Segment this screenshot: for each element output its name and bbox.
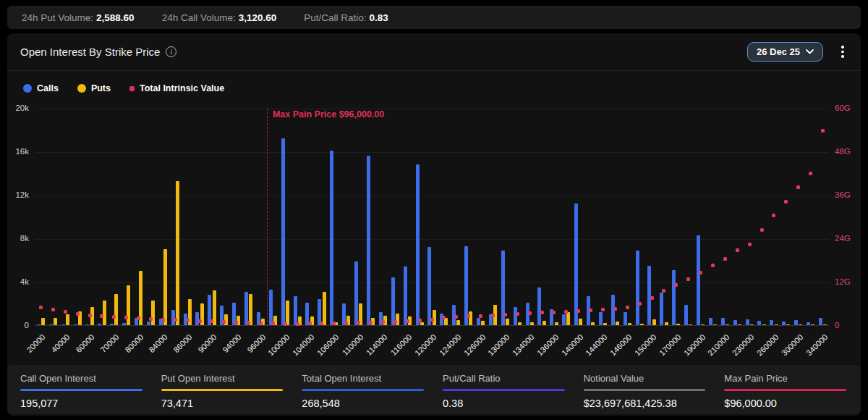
put-bar <box>396 314 399 326</box>
call-bar <box>85 324 89 326</box>
square-marker-icon <box>129 86 135 91</box>
intrinsic-value-dot <box>760 228 764 232</box>
intrinsic-value-dot <box>320 322 323 325</box>
intrinsic-value-dot <box>528 311 532 315</box>
intrinsic-value-dot <box>406 319 409 323</box>
put-bar <box>628 323 631 325</box>
intrinsic-value-dot <box>736 248 739 252</box>
call-bar <box>330 151 333 326</box>
intrinsic-value-dot <box>51 308 55 311</box>
intrinsic-value-dot <box>491 314 495 317</box>
info-icon[interactable]: i <box>166 46 176 57</box>
stat-card-underline <box>443 389 565 391</box>
call-bar <box>514 307 517 326</box>
stat-card-notional-value: Notional Value$23,697,681,425.38 <box>584 373 706 414</box>
put-bar <box>286 301 289 326</box>
intrinsic-value-dot <box>442 316 446 319</box>
y-axis-tick-left: 0 <box>25 321 29 329</box>
stat-card-underline <box>724 389 846 391</box>
intrinsic-value-dot <box>576 309 580 313</box>
call-bar <box>49 324 53 325</box>
intrinsic-value-dot <box>601 308 605 311</box>
expiry-dropdown[interactable]: 26 Dec 25 <box>747 42 823 62</box>
put-bar <box>103 301 106 326</box>
stat-card-value: $23,697,681,425.38 <box>584 398 706 409</box>
intrinsic-value-dot <box>699 271 702 274</box>
put-bar <box>481 321 485 325</box>
put-bar <box>469 311 472 326</box>
put-bar <box>151 301 155 326</box>
put-bar <box>652 319 656 325</box>
intrinsic-value-dot <box>821 129 825 133</box>
kebab-menu-icon[interactable] <box>836 44 849 60</box>
stat-card-value: 73,471 <box>161 398 284 409</box>
call-bar <box>427 247 431 325</box>
call-bar <box>807 322 810 326</box>
intrinsic-value-dot <box>589 308 592 312</box>
intrinsic-value-dot <box>76 312 80 316</box>
expiry-dropdown-value: 26 Dec 25 <box>757 46 800 57</box>
call-bar <box>684 305 688 326</box>
intrinsic-value-dot <box>88 314 92 317</box>
chevron-down-icon <box>806 49 814 54</box>
intrinsic-value-dot <box>161 318 165 322</box>
call-bar <box>269 290 273 326</box>
intrinsic-value-dot <box>516 312 519 316</box>
call-bar <box>721 318 725 326</box>
intrinsic-value-dot <box>723 257 727 261</box>
intrinsic-value-dot <box>149 317 153 321</box>
gridline <box>35 152 829 153</box>
y-axis-tick-left: 8k <box>20 234 29 243</box>
y-axis-tick-right: 48G <box>835 147 851 156</box>
gridline <box>35 196 829 196</box>
put-bar <box>762 324 766 325</box>
stat-card-put-open-interest: Put Open Interest73,471 <box>161 373 284 414</box>
intrinsic-value-dot <box>64 310 67 314</box>
intrinsic-value-dot <box>284 322 287 326</box>
stat-card-underline <box>161 389 284 391</box>
max-pain-annotation: Max Pain Price $96,000.00 <box>273 109 384 119</box>
y-axis-tick-right: 0 <box>835 321 839 329</box>
put-bar <box>701 324 705 326</box>
call-bar <box>404 266 407 325</box>
call-bar <box>537 287 541 326</box>
call-bar <box>794 320 798 325</box>
stat-card-label: Put/Call Ratio <box>443 373 565 384</box>
call-bar <box>110 324 114 325</box>
call-bar <box>757 321 761 325</box>
legend-label: Puts <box>91 83 111 93</box>
put-bar <box>738 324 741 325</box>
intrinsic-value-dot <box>503 313 507 316</box>
panel-title: Open Interest By Strike Price <box>20 46 160 58</box>
legend-item-puts[interactable]: Puts <box>77 83 111 93</box>
put-bar <box>676 324 680 325</box>
put-bar <box>542 321 546 325</box>
intrinsic-value-dot <box>613 307 617 311</box>
put-bar <box>811 324 814 325</box>
open-interest-panel: Open Interest By Strike Price i 26 Dec 2… <box>7 33 861 416</box>
intrinsic-value-dot <box>137 316 140 320</box>
call-bar <box>672 270 676 326</box>
top-stat: Put/Call Ratio:0.83 <box>304 12 388 23</box>
top-stat: 24h Put Volume:2,588.60 <box>22 12 135 23</box>
legend-item-total-intrinsic-value[interactable]: Total Intrinsic Value <box>129 83 224 93</box>
intrinsic-value-dot <box>748 243 752 246</box>
top-stat: 24h Call Volume:3,120.60 <box>162 12 277 23</box>
call-bar <box>122 323 126 325</box>
put-bar <box>750 324 754 325</box>
call-bar <box>367 156 370 325</box>
put-bar <box>665 322 668 325</box>
call-bar <box>782 322 786 325</box>
intrinsic-value-dot <box>674 283 678 287</box>
call-bar <box>440 314 443 326</box>
call-bar <box>416 164 420 325</box>
gridline <box>35 282 829 283</box>
legend-item-calls[interactable]: Calls <box>23 83 59 93</box>
y-axis-tick-left: 16k <box>15 147 29 156</box>
intrinsic-value-dot <box>711 264 715 267</box>
intrinsic-value-dot <box>210 319 213 323</box>
put-bar <box>591 322 595 325</box>
intrinsic-value-dot <box>686 277 690 281</box>
call-bar <box>770 320 773 326</box>
call-bar <box>294 296 297 326</box>
